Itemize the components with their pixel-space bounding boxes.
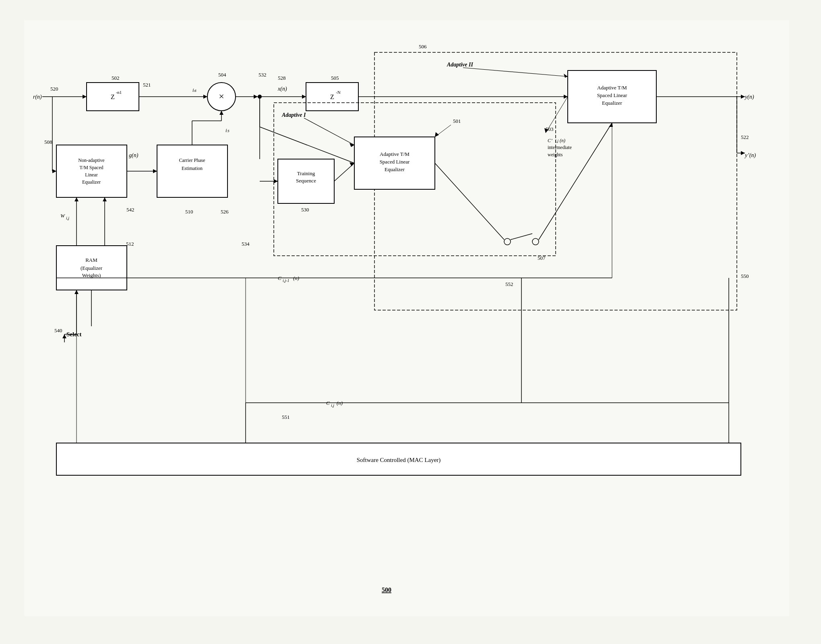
svg-text:i,j-1: i,j-1 — [283, 278, 289, 283]
svg-text:Equalizer: Equalizer — [602, 100, 622, 106]
svg-text:Training: Training — [297, 170, 315, 176]
svg-text:C’: C’ — [548, 138, 552, 143]
svg-text:×: × — [219, 91, 224, 101]
svg-text:Adaptive I: Adaptive I — [281, 112, 306, 118]
svg-text:Estimation: Estimation — [182, 166, 203, 171]
svg-text:Spaced Linear: Spaced Linear — [380, 159, 410, 165]
svg-text:intermediate: intermediate — [548, 145, 572, 150]
svg-text:551: 551 — [282, 414, 290, 420]
svg-text:(Equalizer: (Equalizer — [81, 265, 103, 271]
svg-text:i,j: i,j — [331, 403, 334, 408]
svg-text:507: 507 — [538, 255, 546, 261]
svg-text:T/M Spaced: T/M Spaced — [80, 165, 103, 170]
svg-text:RAM: RAM — [85, 257, 97, 263]
svg-text:Adaptive II: Adaptive II — [447, 62, 473, 68]
svg-text:Adaptive T/M: Adaptive T/M — [597, 85, 627, 91]
svg-text:g(n): g(n) — [129, 152, 139, 159]
svg-text:Linear: Linear — [85, 172, 97, 178]
svg-text:522: 522 — [741, 134, 749, 140]
svg-text:Weights): Weights) — [82, 272, 101, 278]
svg-text:534: 534 — [242, 241, 250, 247]
svg-text:-n1: -n1 — [116, 90, 122, 95]
svg-text:Equalizer: Equalizer — [82, 179, 101, 185]
svg-rect-28 — [157, 145, 227, 197]
svg-text:Adaptive T/M: Adaptive T/M — [380, 151, 409, 157]
svg-text:502: 502 — [112, 75, 120, 81]
svg-text:Equalizer: Equalizer — [385, 166, 405, 172]
svg-text:520: 520 — [50, 86, 58, 92]
svg-text:Carrier Phase: Carrier Phase — [179, 157, 205, 163]
svg-text:Z: Z — [111, 93, 115, 100]
svg-text:504: 504 — [218, 72, 226, 78]
svg-text:Z: Z — [330, 93, 334, 100]
svg-text:500: 500 — [382, 586, 391, 593]
diagram-container: Z -n1 × Z -N Adaptive T/M Spaced Linear … — [24, 16, 789, 620]
svg-text:532: 532 — [259, 72, 267, 78]
svg-text:r(n): r(n) — [33, 94, 42, 100]
svg-text:i,j: i,j — [66, 216, 69, 220]
svg-text:Non-adaptive: Non-adaptive — [78, 157, 104, 163]
svg-text:521: 521 — [143, 82, 151, 88]
svg-text:i,j: i,j — [555, 139, 558, 143]
svg-text:542: 542 — [126, 207, 134, 213]
svg-text:540: 540 — [54, 327, 62, 333]
svg-text:W: W — [60, 213, 65, 219]
svg-text:y’(n): y’(n) — [744, 152, 756, 159]
svg-text:512: 512 — [126, 241, 134, 247]
svg-text:528: 528 — [278, 75, 286, 81]
svg-text:505: 505 — [331, 75, 339, 81]
svg-text:530: 530 — [301, 207, 309, 213]
svg-text:552: 552 — [505, 281, 513, 287]
svg-text:-N: -N — [336, 90, 341, 95]
svg-text:508: 508 — [44, 139, 52, 145]
svg-text:weights: weights — [548, 152, 563, 157]
svg-text:(n): (n) — [560, 138, 565, 143]
svg-text:526: 526 — [221, 209, 229, 215]
svg-text:506: 506 — [419, 43, 427, 50]
svg-text:Sequence: Sequence — [296, 178, 316, 184]
svg-text:x(n): x(n) — [277, 86, 287, 92]
svg-text:Software Controlled (MAC Layer: Software Controlled (MAC Layer) — [357, 457, 441, 464]
svg-text:550: 550 — [741, 273, 749, 279]
svg-text:i₆: i₆ — [192, 87, 196, 93]
svg-text:501: 501 — [453, 118, 461, 124]
svg-text:Spaced Linear: Spaced Linear — [597, 92, 627, 98]
svg-text:510: 510 — [185, 209, 193, 215]
svg-text:y(n): y(n) — [744, 94, 754, 100]
svg-text:i₅: i₅ — [225, 127, 230, 133]
svg-rect-23 — [56, 145, 127, 197]
